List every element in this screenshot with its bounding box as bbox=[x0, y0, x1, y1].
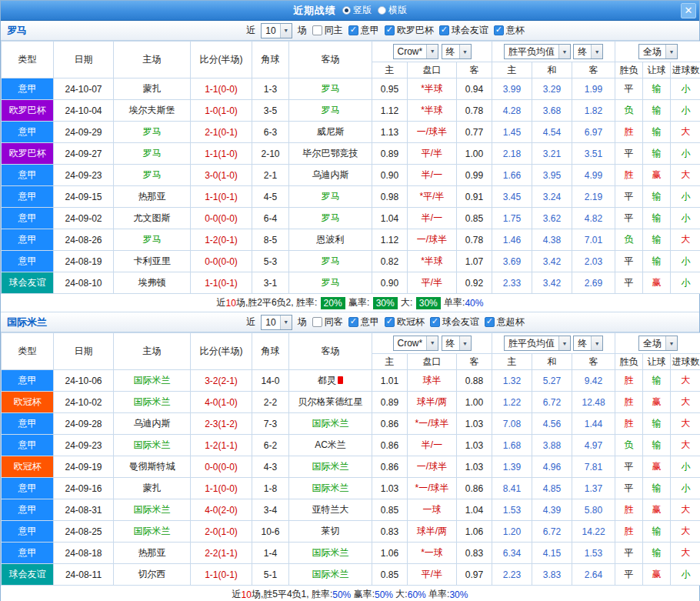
league-badge: 意甲 bbox=[2, 499, 54, 521]
away-team: 罗马 bbox=[289, 272, 372, 294]
score: 1-1(1-0) bbox=[191, 143, 252, 165]
scope-value: 全场 bbox=[643, 45, 662, 58]
league-checkbox-europa[interactable]: 欧罗巴杯 bbox=[385, 24, 434, 37]
avg-draw: 3.24 bbox=[532, 186, 572, 208]
handicap-result: 赢 bbox=[643, 165, 671, 186]
handicap: 球半 bbox=[408, 370, 457, 392]
league-badge: 欧冠杯 bbox=[2, 456, 54, 478]
avg-away: 4.82 bbox=[572, 208, 615, 229]
avg-final-select[interactable]: 终 bbox=[573, 336, 603, 351]
odds-home: 1.06 bbox=[372, 543, 408, 564]
result: 平 bbox=[615, 564, 643, 586]
odds-source-value: Crow* bbox=[398, 46, 423, 57]
goals-result: 小 bbox=[671, 456, 700, 478]
corner-score: 1-8 bbox=[252, 478, 289, 499]
away-team: 罗马 bbox=[289, 208, 372, 229]
col-odds-home: 主 bbox=[372, 354, 408, 370]
close-button[interactable]: ✕ bbox=[681, 3, 696, 18]
section-header: 国际米兰 近 10 场 同客 意甲 欧冠杯 bbox=[1, 312, 699, 332]
score: 2-2(1-1) bbox=[191, 543, 252, 564]
radio-label: 横版 bbox=[388, 4, 407, 17]
league-badge: 意甲 bbox=[2, 229, 54, 251]
away-team: 罗马 bbox=[289, 100, 372, 122]
same-side-checkbox[interactable]: 同主 bbox=[312, 24, 343, 37]
goals-result: 小 bbox=[671, 100, 700, 122]
score: 0-0(0-0) bbox=[191, 456, 252, 478]
avg-draw: 5.27 bbox=[532, 370, 572, 392]
handicap: 一/球半 bbox=[408, 122, 457, 143]
summary-part: 赢率: bbox=[351, 588, 375, 601]
handicap: *平/半 bbox=[408, 186, 457, 208]
odds-source-select[interactable]: Crow* bbox=[393, 336, 439, 351]
match-count-select[interactable]: 10 bbox=[261, 315, 292, 330]
avg-away: 12.48 bbox=[572, 392, 615, 413]
avg-draw: 4.54 bbox=[532, 122, 572, 143]
odds-away: 1.07 bbox=[457, 251, 492, 272]
layout-radio-vertical[interactable]: 竖版 bbox=[342, 4, 372, 17]
scope-select[interactable]: 全场 bbox=[638, 336, 678, 351]
odds-final-select[interactable]: 终 bbox=[442, 44, 472, 59]
home-team: 尤文图斯 bbox=[114, 208, 191, 229]
chevron-down-icon bbox=[426, 336, 438, 350]
summary-part: 近 bbox=[217, 296, 226, 309]
summary-part: 60% bbox=[408, 589, 426, 600]
result: 平 bbox=[615, 478, 643, 499]
match-date: 24-09-02 bbox=[54, 208, 114, 229]
league-checkbox-ucl[interactable]: 欧冠杯 bbox=[385, 316, 425, 329]
match-date: 24-09-16 bbox=[54, 478, 114, 499]
league-badge: 意甲 bbox=[2, 122, 54, 143]
avg-draw: 3.68 bbox=[532, 100, 572, 122]
match-count-select[interactable]: 10 bbox=[261, 23, 292, 38]
corner-score: 5-1 bbox=[252, 564, 289, 586]
avg-odds-select[interactable]: 胜平负均值 bbox=[504, 336, 571, 351]
layout-radio-horizontal[interactable]: 横版 bbox=[378, 4, 407, 17]
checkbox-icon bbox=[385, 317, 395, 327]
checkbox-label: 球会友谊 bbox=[442, 316, 479, 329]
goals-result: 大 bbox=[671, 392, 700, 413]
result: 平 bbox=[615, 143, 643, 165]
league-checkbox-friendly[interactable]: 球会友谊 bbox=[439, 24, 488, 37]
league-checkbox-serie-a[interactable]: 意甲 bbox=[348, 316, 379, 329]
odds-source-select[interactable]: Crow* bbox=[393, 44, 439, 59]
avg-final-select[interactable]: 终 bbox=[573, 44, 603, 59]
avg-odds-controls: 胜平负均值 终 bbox=[492, 333, 615, 354]
summary-part: 大: bbox=[393, 588, 408, 601]
corner-score: 1-4 bbox=[252, 543, 289, 564]
odds-home: 1.12 bbox=[372, 100, 408, 122]
league-checkbox-supercup[interactable]: 意超杯 bbox=[485, 316, 525, 329]
away-team: 亚特兰大 bbox=[289, 499, 372, 521]
col-date: 日期 bbox=[54, 333, 114, 370]
radio-icon bbox=[378, 6, 386, 15]
goals-result: 小 bbox=[671, 251, 700, 272]
avg-odds-select[interactable]: 胜平负均值 bbox=[504, 44, 571, 59]
checkbox-label: 同主 bbox=[325, 24, 343, 37]
avg-draw: 3.42 bbox=[532, 251, 572, 272]
odds-away: 0.85 bbox=[457, 208, 492, 229]
match-row: 意甲24-08-31国际米兰4-0(2-0)3-4亚特兰大0.85一球1.041… bbox=[2, 499, 700, 521]
league-badge: 意甲 bbox=[2, 413, 54, 435]
league-checkbox-friendly[interactable]: 球会友谊 bbox=[430, 316, 479, 329]
league-checkbox-serie-a[interactable]: 意甲 bbox=[348, 24, 379, 37]
handicap: *一/球半 bbox=[408, 478, 457, 499]
scope-select[interactable]: 全场 bbox=[638, 44, 678, 59]
avg-draw: 3.42 bbox=[532, 272, 572, 294]
avg-away: 1.99 bbox=[572, 78, 615, 100]
avg-home: 1.45 bbox=[492, 122, 532, 143]
col-odds-away: 客 bbox=[457, 62, 492, 78]
avg-draw: 4.38 bbox=[532, 229, 572, 251]
corner-score: 5-3 bbox=[252, 251, 289, 272]
avg-away: 2.69 bbox=[572, 272, 615, 294]
titlebar: 近期战绩 竖版 横版 ✕ bbox=[1, 1, 699, 21]
odds-final-select[interactable]: 终 bbox=[442, 336, 472, 351]
goals-result: 小 bbox=[671, 564, 700, 586]
odds-home: 1.04 bbox=[372, 208, 408, 229]
handicap: 平/半 bbox=[408, 143, 457, 165]
league-checkbox-coppa[interactable]: 意杯 bbox=[494, 24, 525, 37]
odds-away: 0.92 bbox=[457, 272, 492, 294]
summary-part: 场,胜5平4负1, 胜率: bbox=[252, 588, 332, 601]
score: 1-0(1-0) bbox=[191, 100, 252, 122]
avg-draw: 3.21 bbox=[532, 143, 572, 165]
titlebar-center: 近期战绩 竖版 横版 bbox=[293, 4, 407, 18]
same-side-checkbox[interactable]: 同客 bbox=[312, 316, 343, 329]
avg-away: 6.97 bbox=[572, 122, 615, 143]
